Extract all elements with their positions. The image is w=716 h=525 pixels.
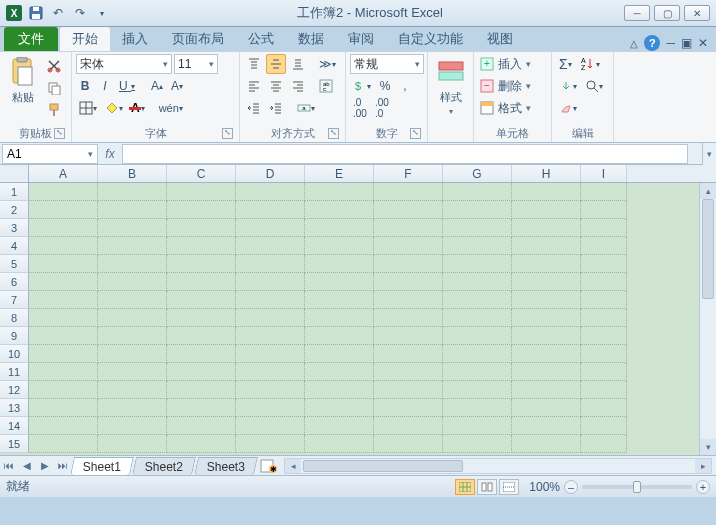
cell[interactable]: [167, 345, 236, 363]
cell[interactable]: [443, 237, 512, 255]
cell[interactable]: [581, 255, 627, 273]
percent-format-icon[interactable]: %: [376, 76, 394, 96]
fill-icon[interactable]: ▾: [556, 76, 580, 96]
cell[interactable]: [305, 363, 374, 381]
minimize-button[interactable]: ─: [624, 5, 650, 21]
cell[interactable]: [443, 363, 512, 381]
cell[interactable]: [443, 255, 512, 273]
cell[interactable]: [29, 291, 98, 309]
scroll-down-icon[interactable]: ▾: [700, 439, 716, 455]
format-painter-icon[interactable]: [44, 100, 64, 120]
cell[interactable]: [98, 183, 167, 201]
align-left-icon[interactable]: [244, 76, 264, 96]
number-launcher[interactable]: ⤡: [410, 128, 421, 139]
undo-icon[interactable]: ↶: [48, 3, 68, 23]
sheet-nav-first-icon[interactable]: ⏮: [0, 457, 18, 475]
tab-view[interactable]: 视图: [475, 27, 525, 51]
cell[interactable]: [374, 327, 443, 345]
cell[interactable]: [512, 417, 581, 435]
cell[interactable]: [512, 255, 581, 273]
row-header[interactable]: 4: [0, 237, 29, 255]
column-header[interactable]: I: [581, 165, 627, 182]
cell[interactable]: [98, 273, 167, 291]
zoom-out-icon[interactable]: –: [564, 480, 578, 494]
sheet-tab-3[interactable]: Sheet3: [194, 457, 258, 475]
cell[interactable]: [512, 363, 581, 381]
cell[interactable]: [443, 381, 512, 399]
font-name-combo[interactable]: 宋体▾: [76, 54, 172, 74]
cell[interactable]: [305, 327, 374, 345]
scroll-up-icon[interactable]: ▴: [700, 183, 716, 199]
cell[interactable]: [236, 201, 305, 219]
zoom-level[interactable]: 100%: [529, 480, 560, 494]
cell[interactable]: [167, 273, 236, 291]
cell[interactable]: [374, 273, 443, 291]
window-min-icon[interactable]: ─: [666, 36, 675, 50]
window-close-icon[interactable]: ✕: [698, 36, 708, 50]
scroll-left-icon[interactable]: ◂: [285, 459, 301, 473]
cell[interactable]: [236, 291, 305, 309]
cell[interactable]: [581, 309, 627, 327]
cell[interactable]: [581, 399, 627, 417]
cell[interactable]: [167, 291, 236, 309]
sheet-tab-2[interactable]: Sheet2: [132, 457, 196, 475]
cell[interactable]: [305, 381, 374, 399]
cell[interactable]: [29, 435, 98, 453]
cell[interactable]: [236, 309, 305, 327]
cell[interactable]: [167, 309, 236, 327]
merge-center-icon[interactable]: a▾: [294, 98, 318, 118]
cell[interactable]: [236, 183, 305, 201]
find-select-icon[interactable]: ▾: [582, 76, 606, 96]
cell[interactable]: [305, 237, 374, 255]
column-header[interactable]: D: [236, 165, 305, 182]
cell[interactable]: [443, 183, 512, 201]
row-header[interactable]: 11: [0, 363, 29, 381]
sheet-nav-prev-icon[interactable]: ◀: [18, 457, 36, 475]
close-button[interactable]: ✕: [684, 5, 710, 21]
cell[interactable]: [512, 345, 581, 363]
grow-font-icon[interactable]: A▴: [148, 76, 166, 96]
cell[interactable]: [443, 219, 512, 237]
clear-icon[interactable]: ▾: [556, 98, 580, 118]
bold-button[interactable]: B: [76, 76, 94, 96]
row-header[interactable]: 3: [0, 219, 29, 237]
column-header[interactable]: F: [374, 165, 443, 182]
cell[interactable]: [98, 291, 167, 309]
horizontal-scrollbar[interactable]: ◂ ▸: [284, 458, 712, 474]
italic-button[interactable]: I: [96, 76, 114, 96]
cell[interactable]: [374, 183, 443, 201]
cell[interactable]: [167, 435, 236, 453]
increase-indent-icon[interactable]: [266, 98, 286, 118]
column-header[interactable]: G: [443, 165, 512, 182]
cell[interactable]: [581, 327, 627, 345]
cell[interactable]: [443, 435, 512, 453]
cell[interactable]: [98, 255, 167, 273]
column-header[interactable]: A: [29, 165, 98, 182]
tab-data[interactable]: 数据: [286, 27, 336, 51]
cell[interactable]: [236, 255, 305, 273]
align-right-icon[interactable]: [288, 76, 308, 96]
cell[interactable]: [512, 327, 581, 345]
cell[interactable]: [443, 345, 512, 363]
styles-button[interactable]: 样式 ▾: [432, 54, 469, 116]
row-header[interactable]: 5: [0, 255, 29, 273]
align-bottom-icon[interactable]: [288, 54, 308, 74]
excel-app-icon[interactable]: X: [4, 3, 24, 23]
row-header[interactable]: 6: [0, 273, 29, 291]
tab-review[interactable]: 审阅: [336, 27, 386, 51]
tab-pagelayout[interactable]: 页面布局: [160, 27, 236, 51]
column-header[interactable]: E: [305, 165, 374, 182]
row-header[interactable]: 2: [0, 201, 29, 219]
cell[interactable]: [512, 183, 581, 201]
cell[interactable]: [167, 363, 236, 381]
name-box[interactable]: A1▾: [2, 144, 98, 164]
cell[interactable]: [374, 237, 443, 255]
cell[interactable]: [98, 237, 167, 255]
help-icon[interactable]: ?: [644, 35, 660, 51]
cell[interactable]: [305, 417, 374, 435]
paste-button[interactable]: 粘贴: [4, 54, 42, 105]
cell[interactable]: [581, 201, 627, 219]
cell[interactable]: [581, 183, 627, 201]
cell[interactable]: [236, 237, 305, 255]
cell[interactable]: [512, 237, 581, 255]
